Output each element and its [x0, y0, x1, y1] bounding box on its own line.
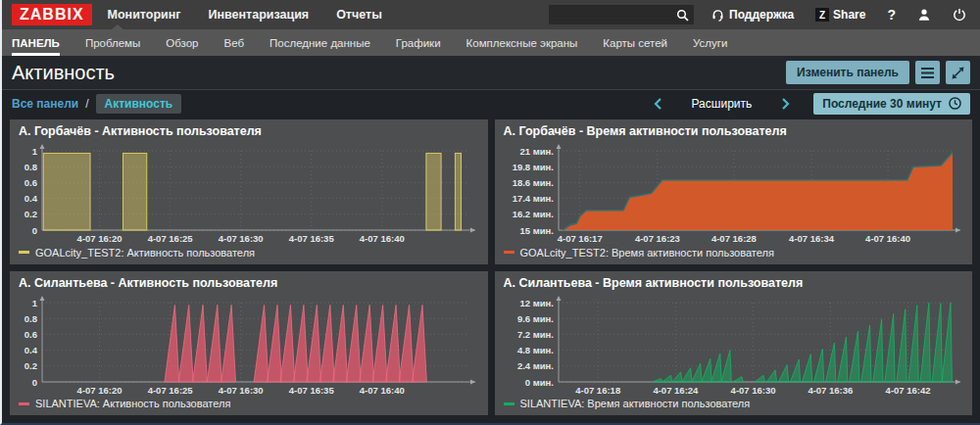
svg-text:1: 1 — [32, 146, 38, 157]
page-header-actions: Изменить панель — [786, 61, 970, 84]
subnav-item-overview[interactable]: Обзор — [166, 29, 198, 56]
graph-silantieva-activity[interactable]: 4-07 16:204-07 16:254-07 16:304-07 16:35… — [19, 295, 479, 397]
legend-swatch — [19, 251, 29, 254]
graph-legend: GOALcity_TEST2: Активность пользователя — [19, 245, 479, 260]
svg-text:0: 0 — [32, 225, 37, 236]
share-link[interactable]: Z Share — [815, 8, 865, 22]
subnav-item-screens[interactable]: Комплексные экраны — [466, 29, 578, 56]
svg-text:0.8: 0.8 — [24, 312, 37, 323]
time-range-label: Последние 30 минут — [822, 97, 942, 111]
svg-text:7.2 мин.: 7.2 мин. — [516, 328, 553, 339]
subnav-item-problems[interactable]: Проблемы — [85, 29, 140, 56]
share-label: Share — [833, 8, 865, 22]
svg-text:4-07 16:40: 4-07 16:40 — [865, 233, 910, 244]
main-menu: Мониторинг Инвентаризация Отчеты — [108, 8, 382, 22]
top-bar-actions: Поддержка Z Share ? — [711, 7, 966, 23]
subnav-item-maps[interactable]: Карты сетей — [603, 29, 667, 56]
page-title: Активность — [12, 62, 115, 84]
breadcrumb-current[interactable]: Активность — [96, 94, 182, 114]
svg-text:0.6: 0.6 — [24, 328, 37, 339]
legend-swatch — [504, 251, 514, 254]
menu-item-monitoring[interactable]: Мониторинг — [108, 8, 181, 22]
widget-title: A. Силантьева - Активность пользователя — [19, 276, 479, 293]
active-menu-notch — [112, 24, 123, 29]
subnav-item-dashboard[interactable]: ПАНЕЛЬ — [12, 29, 60, 56]
widget-title: A. Горбачёв - Время активности пользоват… — [504, 124, 964, 141]
svg-text:16.2 мин.: 16.2 мин. — [512, 209, 553, 219]
graph-legend: GOALcity_TEST2: Время активности пользов… — [504, 245, 964, 260]
widget-title: A. Силантьева - Время активности пользов… — [504, 276, 964, 293]
graph-legend: SILANTIEVA: Время активности пользовател… — [504, 396, 964, 411]
graph-legend: SILANTIEVA: Активность пользователя — [19, 396, 479, 411]
zoom-out-button[interactable]: Расширить — [692, 97, 753, 111]
support-link[interactable]: Поддержка — [711, 8, 794, 22]
svg-text:1: 1 — [32, 297, 38, 307]
svg-text:17.4 мин.: 17.4 мин. — [512, 193, 553, 204]
chevron-left-icon[interactable] — [650, 98, 666, 110]
svg-text:4-07 16:35: 4-07 16:35 — [289, 385, 335, 396]
svg-text:4-07 16:34: 4-07 16:34 — [789, 233, 835, 244]
svg-text:4-07 16:28: 4-07 16:28 — [710, 233, 756, 244]
user-icon[interactable] — [917, 8, 931, 22]
svg-text:4.8 мин.: 4.8 мин. — [516, 345, 553, 355]
subnav-item-latest-data[interactable]: Последние данные — [270, 29, 370, 56]
svg-text:0: 0 — [32, 376, 37, 387]
zabbix-logo[interactable]: ZABBIX — [12, 4, 92, 25]
chevron-right-icon[interactable] — [777, 98, 794, 110]
svg-text:4-07 16:30: 4-07 16:30 — [730, 385, 775, 396]
support-label: Поддержка — [729, 8, 794, 22]
graph-gorbachev-activity[interactable]: 4-07 16:204-07 16:254-07 16:304-07 16:35… — [19, 143, 479, 245]
svg-text:9.6 мин.: 9.6 мин. — [516, 312, 553, 323]
hamburger-icon — [921, 68, 934, 78]
clock-icon — [949, 97, 961, 110]
breadcrumb-separator: / — [85, 97, 88, 111]
time-range-button[interactable]: Последние 30 минут — [813, 93, 970, 115]
legend-swatch — [19, 402, 29, 405]
subnav-item-graphs[interactable]: Графики — [396, 29, 441, 56]
svg-text:12 мин.: 12 мин. — [519, 297, 553, 307]
menu-item-inventory[interactable]: Инвентаризация — [209, 8, 310, 22]
graph-gorbachev-activity-time[interactable]: 4-07 16:174-07 16:234-07 16:284-07 16:34… — [504, 143, 964, 245]
svg-text:4-07 16:18: 4-07 16:18 — [575, 385, 620, 396]
svg-text:0.4: 0.4 — [24, 345, 38, 355]
subnav-item-services[interactable]: Услуги — [693, 29, 727, 56]
svg-text:4-07 16:20: 4-07 16:20 — [77, 233, 122, 244]
search-input[interactable] — [554, 8, 676, 22]
legend-label: GOALcity_TEST2: Время активности пользов… — [520, 247, 774, 259]
dashboard-menu-button[interactable] — [915, 61, 940, 84]
time-controls: Расширить Последние 30 минут — [650, 93, 970, 115]
graph-silantieva-activity-time[interactable]: 4-07 16:184-07 16:244-07 16:304-07 16:36… — [504, 295, 964, 397]
svg-text:4-07 16:25: 4-07 16:25 — [148, 385, 194, 396]
svg-text:18.6 мин.: 18.6 мин. — [512, 177, 553, 188]
breadcrumb-timebar: Все панели / Активность Расширить Послед… — [2, 90, 980, 117]
svg-text:0.2: 0.2 — [24, 360, 37, 371]
page-header: Активность Изменить панель — [2, 56, 980, 90]
power-icon[interactable] — [953, 8, 966, 22]
subnav-item-web[interactable]: Веб — [224, 29, 245, 56]
share-badge-icon: Z — [815, 8, 829, 22]
fullscreen-button[interactable] — [946, 61, 970, 84]
widget-silantieva-activity: A. Силантьева - Активность пользователя … — [10, 271, 488, 416]
svg-text:19.8 мин.: 19.8 мин. — [512, 162, 553, 172]
search-box[interactable] — [549, 5, 694, 24]
help-icon[interactable]: ? — [887, 7, 896, 23]
svg-text:4-07 16:20: 4-07 16:20 — [77, 385, 122, 396]
edit-dashboard-button[interactable]: Изменить панель — [786, 61, 909, 84]
svg-text:4-07 16:23: 4-07 16:23 — [634, 233, 679, 244]
legend-label: SILANTIEVA: Время активности пользовател… — [520, 398, 751, 409]
legend-swatch — [504, 402, 514, 405]
dashboard-grid: A. Горбачёв - Активность пользователя 4-… — [2, 116, 980, 423]
svg-text:4-07 16:40: 4-07 16:40 — [360, 233, 405, 244]
svg-text:4-07 16:25: 4-07 16:25 — [148, 233, 194, 244]
menu-item-reports[interactable]: Отчеты — [336, 8, 382, 22]
widget-gorbachev-activity: A. Горбачёв - Активность пользователя 4-… — [10, 119, 488, 264]
svg-text:0.4: 0.4 — [24, 193, 38, 204]
svg-text:21 мин.: 21 мин. — [519, 146, 553, 157]
svg-text:4-07 16:30: 4-07 16:30 — [219, 233, 264, 244]
widget-gorbachev-activity-time: A. Горбачёв - Время активности пользоват… — [495, 119, 973, 264]
legend-label: SILANTIEVA: Активность пользователя — [35, 398, 230, 409]
expand-arrows-icon — [952, 67, 964, 79]
breadcrumb-all-dashboards[interactable]: Все панели — [12, 97, 78, 111]
svg-text:0.6: 0.6 — [24, 177, 37, 188]
svg-text:4-07 16:42: 4-07 16:42 — [885, 385, 930, 396]
